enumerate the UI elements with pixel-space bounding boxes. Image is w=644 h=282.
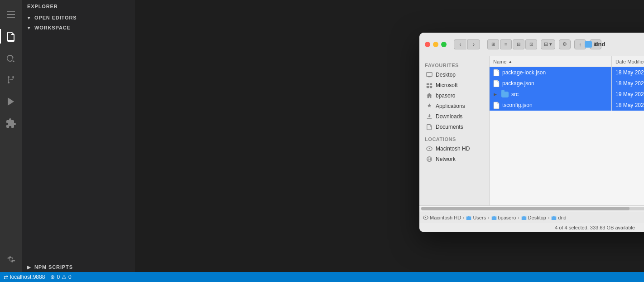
activity-run-icon[interactable] [0,91,22,112]
svg-point-4 [12,76,14,78]
file-name-cell: tsconfig.json [490,100,612,111]
icon-view-button[interactable]: ⊞ [487,39,499,49]
svg-rect-10 [430,83,432,85]
path-users-folder-icon [466,215,471,220]
file-modified: 18 May 2020 at 17:14 [615,102,644,108]
activity-settings-icon[interactable] [0,250,22,272]
folder-icon [501,92,509,97]
home-icon [426,92,433,99]
col-modified-label: Date Modified [615,59,644,64]
table-row-empty [490,111,644,201]
favourites-section: Favourites Desktop Microsoft [419,60,489,132]
file-name-cell: ▶ src [490,89,612,100]
table-row[interactable]: tsconfig.json 18 May 2020 at 17:14 584 b… [490,100,644,111]
sidebar-title: EXPLORER [22,0,135,13]
downloads-icon [426,113,433,120]
svg-point-15 [429,148,430,150]
sidebar-item-desktop[interactable]: Desktop [421,70,487,80]
status-errors[interactable]: ⊗ 0 ⚠ 0 [50,274,71,280]
path-desktop-icon [521,215,527,220]
path-item-dnd[interactable]: dnd [551,215,566,220]
file-table-header: Name ▲ Date Modified Size Kind [490,56,644,67]
sidebar-item-bpasero[interactable]: bpasero [421,91,487,101]
activity-search-icon[interactable] [0,47,22,69]
forward-button[interactable]: › [467,39,480,49]
path-bpasero-label: bpasero [498,215,516,220]
view-dropdown[interactable]: ⊞ ▾ [541,39,555,49]
activity-source-control-icon[interactable] [0,69,22,91]
col-name-label: Name [493,59,506,64]
path-item-macintosh[interactable]: Macintosh HD [423,215,461,220]
table-row[interactable]: package-lock.json 18 May 2020 at 11:50 7… [490,67,644,78]
workspace-label: WORKSPACE [34,25,71,30]
scrollbar-thumb[interactable] [421,207,630,210]
table-row[interactable]: ▶ src 19 May 2020 at 10:30 -- [490,89,644,100]
path-desktop-label: Desktop [528,215,546,220]
path-users-label: Users [473,215,486,220]
minimize-button[interactable] [433,42,438,47]
file-icon [493,80,500,87]
file-modified-cell: 19 May 2020 at 10:30 [612,89,644,100]
svg-rect-12 [430,86,432,88]
col-name-header[interactable]: Name ▲ [490,56,612,67]
list-view-button[interactable]: ≡ [500,39,512,49]
path-item-desktop[interactable]: Desktop [521,215,546,220]
svg-rect-13 [427,118,432,119]
path-item-bpasero[interactable]: bpasero [491,215,516,220]
status-bar: ⇄ localhost:9888 ⊗ 0 ⚠ 0 [0,272,644,282]
path-sep-3: › [518,215,519,220]
path-bpasero-icon [491,215,497,220]
sidebar-item-documents-label: Documents [436,124,463,130]
file-modified: 19 May 2020 at 10:30 [615,91,644,97]
npm-scripts-section[interactable]: ▶ NPM SCRIPTS [22,262,135,272]
remote-icon: ⇄ [4,274,8,280]
sidebar-item-applications[interactable]: Applications [421,101,487,111]
nav-buttons: ‹ › [454,39,480,49]
activity-menu-icon[interactable] [0,4,22,25]
sidebar-item-network-label: Network [436,156,456,162]
workspace-section: ▾ WORKSPACE [22,23,135,33]
error-count: 0 [57,274,60,280]
maximize-button[interactable] [441,42,447,47]
microsoft-icon [426,82,433,89]
finder-title-text: dnd [595,41,606,48]
scrollbar-track [421,207,644,210]
sidebar-item-microsoft[interactable]: Microsoft [421,80,487,90]
open-editors-header[interactable]: ▾ OPEN EDITORS [22,13,135,23]
action-button[interactable]: ⚙ [559,39,571,49]
svg-rect-11 [427,86,429,88]
table-row[interactable]: package.json 18 May 2020 at 17:14 899 by… [490,78,644,89]
svg-point-5 [8,76,10,78]
npm-scripts-label: NPM SCRIPTS [34,264,73,270]
column-view-button[interactable]: ⊟ [513,39,524,49]
folder-expand-icon: ▶ [491,92,499,97]
close-button[interactable] [425,42,430,47]
open-editors-label: OPEN EDITORS [34,15,77,20]
sidebar-item-network[interactable]: Network [421,154,487,164]
path-sep-4: › [548,215,549,220]
gallery-view-button[interactable]: ⊡ [525,39,537,49]
status-host[interactable]: ⇄ localhost:9888 [4,274,45,280]
finder-filelist: Name ▲ Date Modified Size Kind [490,56,644,205]
finder-title: dnd [585,41,606,48]
activity-files-icon[interactable] [0,25,22,47]
workspace-header[interactable]: ▾ WORKSPACE [22,23,135,33]
back-button[interactable]: ‹ [454,39,466,49]
path-item-users[interactable]: Users [466,215,486,220]
activity-extensions-icon[interactable] [0,112,22,134]
file-name: package.json [502,80,534,87]
sidebar-item-bpasero-label: bpasero [436,92,455,99]
locations-heading: Locations [419,134,489,143]
col-modified-header[interactable]: Date Modified [612,56,644,67]
file-modified-cell: 18 May 2020 at 17:14 [612,78,644,89]
network-icon [426,156,433,163]
svg-rect-1 [7,14,15,15]
sidebar-item-documents[interactable]: Documents [421,122,487,132]
sidebar-item-macintosh-hd[interactable]: Macintosh HD [421,144,487,154]
svg-point-20 [425,217,426,218]
finder-window: ‹ › ⊞ ≡ ⊟ ⊡ ⊞ ▾ ⚙ ↑ ⊞ dnd [419,33,644,232]
svg-rect-9 [427,83,429,85]
svg-point-3 [8,82,10,83]
warning-count: 0 [68,274,72,280]
sidebar-item-downloads[interactable]: Downloads [421,112,487,122]
